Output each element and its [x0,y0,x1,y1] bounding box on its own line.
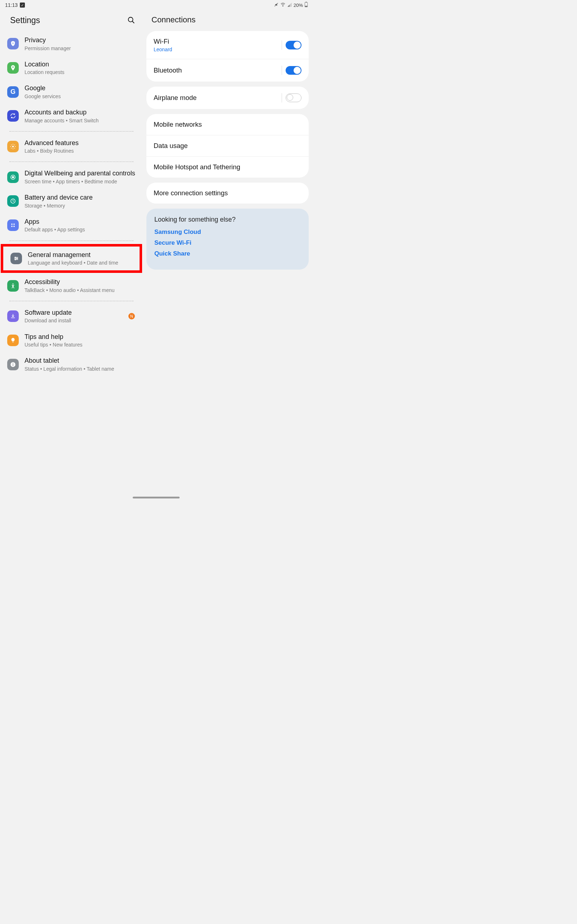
bluetooth-toggle[interactable] [285,66,301,75]
item-subtitle: Permission manager [24,45,137,52]
svg-rect-4 [305,6,307,6]
accessibility-icon [7,280,19,292]
general-icon [10,253,22,264]
item-title: Advanced features [24,139,137,147]
row-more-connections[interactable]: More connection settings [147,183,309,204]
status-check-icon: ✓ [20,3,25,8]
sidebar-item-accounts[interactable]: Accounts and backup Manage accounts • Sm… [0,104,143,128]
svg-point-14 [13,223,15,225]
item-title: About tablet [24,357,137,365]
row-label: Bluetooth [154,66,182,74]
svg-point-8 [12,66,14,68]
row-label: Wi-Fi [154,37,172,45]
separator [282,93,282,102]
item-subtitle: Download and install [24,317,122,324]
card-more: More connection settings [147,183,309,204]
footer-title: Looking for something else? [154,216,301,223]
location-icon [7,62,19,74]
wifi-toggle[interactable] [285,41,301,50]
row-label: Mobile networks [154,121,202,129]
sidebar-item-advanced[interactable]: Advanced features Labs • Bixby Routines [0,135,143,159]
item-title: Google [24,84,137,92]
row-data-usage[interactable]: Data usage [147,135,309,156]
divider [10,131,134,132]
advanced-icon [7,141,19,152]
item-subtitle: Status • Legal information • Tablet name [24,366,137,372]
svg-point-23 [13,283,14,284]
sidebar-item-about[interactable]: About tablet Status • Legal information … [0,352,143,376]
search-icon [127,16,135,24]
item-title: Accounts and backup [24,108,137,116]
sidebar-item-apps[interactable]: Apps Default apps • App settings [0,213,143,237]
separator [282,40,282,50]
sidebar-item-wellbeing[interactable]: Digital Wellbeing and parental controls … [0,165,143,189]
link-quick-share[interactable]: Quick Share [154,250,301,257]
privacy-icon [7,38,19,50]
item-title: Digital Wellbeing and parental controls [24,169,137,178]
row-airplane[interactable]: Airplane mode [147,87,309,109]
tips-icon [7,334,19,346]
backup-icon [7,110,19,122]
airplane-toggle[interactable] [285,94,301,102]
svg-rect-24 [12,342,14,342]
row-mobile-networks[interactable]: Mobile networks [147,114,309,135]
sidebar-item-location[interactable]: Location Location requests [0,56,143,80]
svg-point-20 [15,257,16,258]
highlight-box: General management Language and keyboard… [1,244,142,273]
row-label: Mobile Hotspot and Tethering [154,163,240,171]
row-label: Airplane mode [154,94,197,102]
row-hotspot[interactable]: Mobile Hotspot and Tethering [147,156,309,178]
signal-icon [287,2,292,8]
svg-line-0 [274,3,278,6]
svg-line-6 [132,21,134,23]
sidebar-item-tips[interactable]: Tips and help Useful tips • New features [0,328,143,353]
battery-care-icon [7,195,19,207]
google-icon: G [7,86,19,98]
card-looking-for: Looking for something else? Samsung Clou… [147,208,309,270]
item-subtitle: Location requests [24,69,137,76]
sidebar-item-general[interactable]: General management Language and keyboard… [3,247,140,271]
row-sublabel: Leonard [154,47,172,52]
divider [10,300,134,301]
settings-sidebar: Settings Privacy Permission manager [0,10,143,500]
row-bluetooth[interactable]: Bluetooth [147,59,309,82]
svg-point-7 [13,43,14,44]
details-title: Connections [152,15,195,24]
card-airplane: Airplane mode [147,87,309,109]
svg-point-15 [11,226,13,227]
sidebar-item-battery[interactable]: Battery and device care Storage • Memory [0,189,143,213]
item-subtitle: Useful tips • New features [24,341,137,348]
svg-point-27 [13,363,13,363]
svg-point-13 [11,223,13,225]
nav-handle[interactable] [133,497,180,498]
wifi-icon [280,2,285,8]
sidebar-item-privacy[interactable]: Privacy Permission manager [0,32,143,56]
link-secure-wifi[interactable]: Secure Wi-Fi [154,239,301,247]
about-icon [7,359,19,370]
item-title: Accessibility [24,278,137,286]
item-subtitle: Google services [24,93,137,100]
item-subtitle: Default apps • App settings [24,226,137,233]
svg-rect-3 [306,2,307,3]
settings-title: Settings [10,16,40,25]
card-wireless: Wi-Fi Leonard Bluetooth [147,31,309,82]
svg-point-1 [283,5,284,6]
link-samsung-cloud[interactable]: Samsung Cloud [154,228,301,236]
sidebar-item-software[interactable]: Software update Download and install N [0,304,143,328]
apps-icon [7,220,19,231]
row-wifi[interactable]: Wi-Fi Leonard [147,31,309,59]
svg-point-21 [16,258,17,259]
sidebar-item-google[interactable]: G Google Google services [0,80,143,104]
item-title: Software update [24,309,122,317]
item-title: Tips and help [24,333,137,341]
svg-point-16 [13,226,15,227]
sidebar-item-accessibility[interactable]: Accessibility TalkBack • Mono audio • As… [0,274,143,298]
svg-point-9 [12,146,14,148]
item-title: Privacy [24,36,137,44]
item-subtitle: Screen time • App timers • Bedtime mode [24,178,137,185]
notification-badge: N [128,313,135,320]
wellbeing-icon [7,171,19,183]
svg-rect-26 [13,364,13,366]
search-button[interactable] [126,15,136,25]
divider [10,241,134,241]
